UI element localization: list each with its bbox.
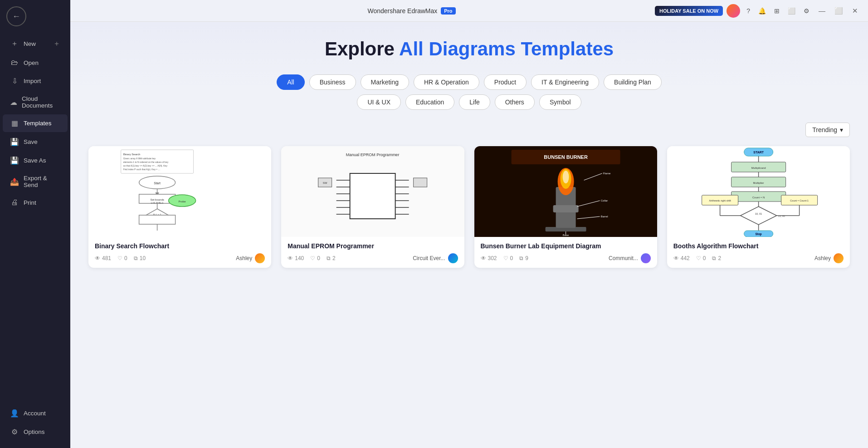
filter-marketing[interactable]: Marketing xyxy=(361,74,409,90)
filter-hr[interactable]: HR & Operation xyxy=(414,74,479,90)
sidebar-nav: ＋ New ＋ 🗁 Open ⇩ Import ☁ Cloud Document… xyxy=(0,33,70,401)
author-name: Ashley xyxy=(236,255,252,261)
sidebar-item-export[interactable]: 📤 Export & Send xyxy=(3,170,68,193)
copies: ⧉ 2 xyxy=(712,255,721,261)
filter-building[interactable]: Building Plan xyxy=(604,74,662,90)
import-icon: ⇩ xyxy=(10,77,19,85)
filter-others[interactable]: Others xyxy=(495,94,535,110)
sort-dropdown[interactable]: Trending ▾ xyxy=(805,123,850,137)
sidebar-item-templates[interactable]: ▦ Templates xyxy=(3,114,68,132)
views: 👁 302 xyxy=(481,255,497,261)
copy-icon: ⧉ xyxy=(327,255,331,261)
card-meta: 👁 481 ♡ 0 ⧉ 10 Ashley xyxy=(95,253,265,263)
svg-text:Find index P such that A(p). K: Find index P such that A(p). Key = ... xyxy=(123,168,160,171)
sidebar-item-label: Save As xyxy=(24,157,46,164)
svg-text:SW: SW xyxy=(323,182,327,184)
card-thumbnail: Manual EPROM Programmer xyxy=(281,146,464,237)
view-count: 140 xyxy=(295,255,304,261)
page-title-plain: Explore xyxy=(325,38,399,59)
copies: ⧉ 9 xyxy=(519,255,528,261)
sidebar-item-saveas[interactable]: 💾 Save As xyxy=(3,152,68,169)
like-count: 0 xyxy=(124,255,127,261)
sidebar: ← ＋ New ＋ 🗁 Open ⇩ Import ☁ Cloud Docume… xyxy=(0,0,70,448)
views: 👁 442 xyxy=(673,255,690,261)
sidebar-item-label: New xyxy=(24,40,36,47)
svg-text:Start: Start xyxy=(154,182,161,185)
svg-text:Barrel: Barrel xyxy=(600,215,608,218)
card-title: Booths Algorithm Flowchart xyxy=(673,242,844,250)
heart-icon: ♡ xyxy=(310,255,315,261)
svg-text:10, 01: 10, 01 xyxy=(755,212,762,215)
sidebar-item-new[interactable]: ＋ New ＋ xyxy=(3,34,68,53)
views: 👁 140 xyxy=(288,255,304,261)
card-bunsen[interactable]: BUNSEN BURNER Flame xyxy=(474,146,657,268)
author-name: Communit... xyxy=(609,255,638,261)
box-icon[interactable]: ⬜ xyxy=(785,5,798,16)
sidebar-item-label: Open xyxy=(24,59,39,66)
grid-icon[interactable]: ⊞ xyxy=(771,5,782,16)
svg-text:Count = Count-1: Count = Count-1 xyxy=(790,199,809,202)
card-eprom[interactable]: Manual EPROM Programmer xyxy=(281,146,464,268)
sidebar-item-import[interactable]: ⇩ Import xyxy=(3,72,68,90)
filter-all[interactable]: All xyxy=(277,74,305,90)
settings-icon[interactable]: ⚙ xyxy=(801,5,812,16)
sidebar-item-label: Templates xyxy=(24,120,52,127)
filter-ui[interactable]: UI & UX xyxy=(357,94,401,110)
like-count: 0 xyxy=(317,255,320,261)
sidebar-item-label: Account xyxy=(24,410,46,417)
minimize-button[interactable]: — xyxy=(816,5,828,16)
back-button[interactable]: ← xyxy=(6,6,26,26)
options-icon: ⚙ xyxy=(10,428,19,436)
pro-badge: Pro xyxy=(441,7,455,15)
filter-life[interactable]: Life xyxy=(459,94,490,110)
copies: ⧉ 10 xyxy=(134,255,146,261)
maximize-button[interactable]: ⬜ xyxy=(832,5,846,17)
sidebar-item-label: Import xyxy=(24,78,41,84)
filter-row-2: UI & UX Education Life Others Symbol xyxy=(88,94,850,110)
eye-icon: 👁 xyxy=(95,255,100,261)
copy-count: 10 xyxy=(140,255,146,261)
svg-text:Count = N: Count = N xyxy=(752,196,765,199)
view-count: 481 xyxy=(102,255,111,261)
sidebar-item-print[interactable]: 🖨 Print xyxy=(3,194,68,211)
filter-symbol[interactable]: Symbol xyxy=(539,94,581,110)
author-avatar xyxy=(834,253,844,263)
sidebar-item-options[interactable]: ⚙ Options xyxy=(3,423,68,441)
view-count: 442 xyxy=(681,255,690,261)
sidebar-item-account[interactable]: 👤 Account xyxy=(3,404,68,422)
author-section: Ashley xyxy=(236,253,265,263)
filter-education[interactable]: Education xyxy=(405,94,454,110)
export-icon: 📤 xyxy=(10,177,19,186)
svg-rect-22 xyxy=(350,173,395,219)
filter-business[interactable]: Business xyxy=(309,74,356,90)
card-booths[interactable]: START Multiplicand Multiplier xyxy=(667,146,850,268)
view-count: 302 xyxy=(488,255,497,261)
filter-it[interactable]: IT & Engineering xyxy=(531,74,599,90)
card-body: Manual EPROM Programmer 👁 140 ♡ 0 ⧉ 2 xyxy=(281,237,464,268)
sidebar-item-cloud[interactable]: ☁ Cloud Documents xyxy=(3,91,68,113)
svg-text:Set bounds: Set bounds xyxy=(150,198,164,201)
card-thumbnail: START Multiplicand Multiplier xyxy=(667,146,850,237)
heart-icon: ♡ xyxy=(696,255,701,261)
likes: ♡ 0 xyxy=(310,255,320,261)
page-title: Explore All Diagrams Templates xyxy=(88,38,850,60)
holiday-sale-button[interactable]: HOLIDAY SALE ON NOW xyxy=(655,6,723,16)
author-section: Ashley xyxy=(814,253,844,263)
sidebar-item-save[interactable]: 💾 Save xyxy=(3,133,68,151)
card-binary-search[interactable]: Binary Search Given: array A With attrib… xyxy=(88,146,271,268)
help-icon[interactable]: ? xyxy=(744,5,753,16)
copy-icon: ⧉ xyxy=(712,255,716,261)
like-count: 0 xyxy=(703,255,706,261)
card-meta: 👁 140 ♡ 0 ⧉ 2 Circuit Ever... xyxy=(288,253,458,263)
filter-row-1: All Business Marketing HR & Operation Pr… xyxy=(88,74,850,90)
bell-icon[interactable]: 🔔 xyxy=(756,5,769,16)
svg-text:Probe: Probe xyxy=(179,200,186,203)
avatar[interactable] xyxy=(727,4,740,18)
svg-text:Collar: Collar xyxy=(600,199,608,202)
sidebar-item-open[interactable]: 🗁 Open xyxy=(3,54,68,71)
chevron-down-icon: ▾ xyxy=(840,126,843,133)
titlebar-icons: ? 🔔 ⊞ ⬜ ⚙ xyxy=(744,5,812,16)
filter-product[interactable]: Product xyxy=(484,74,527,90)
titlebar-center: Wondershare EdrawMax Pro xyxy=(367,7,455,15)
close-button[interactable]: ✕ xyxy=(849,5,861,17)
